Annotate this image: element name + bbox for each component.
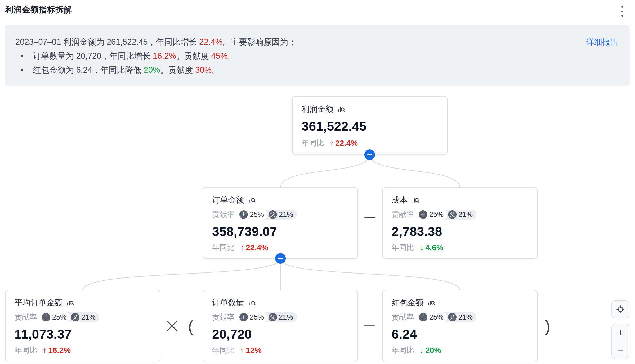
subtract-operator-icon [364, 212, 376, 223]
node-card-avg-order-amount[interactable]: 平均订单金额 贡献率 主25% 父21% 11,073.37 年同比 ↑16.2… [5, 290, 160, 361]
yoy-label: 年同比 [302, 138, 324, 148]
main-contribution-value: 25% [52, 313, 66, 321]
contribution-label: 贡献率 [212, 312, 234, 322]
node-value: 358,739.07 [212, 225, 348, 239]
yoy-change-value: 16.2% [48, 346, 71, 355]
contribution-row: 贡献率 主25% 父21% [392, 210, 528, 220]
parent-contribution-value: 21% [279, 211, 293, 219]
parent-badge-icon: 父 [71, 313, 79, 321]
bar-chart-magnifier-icon[interactable] [412, 196, 419, 204]
node-title: 订单金额 [212, 195, 244, 206]
parent-contribution-value: 21% [458, 313, 473, 321]
node-title: 平均订单金额 [15, 297, 62, 308]
minus-icon [367, 154, 372, 155]
yoy-change-value: 22.4% [246, 243, 268, 252]
node-title: 利润金额 [302, 104, 333, 115]
node-yoy-row: 年同比 ↑22.4% [302, 138, 438, 148]
yoy-label: 年同比 [392, 243, 414, 253]
contribution-badges: 主25% 父21% [239, 210, 297, 220]
node-yoy-row: 年同比 ↑22.4% [212, 243, 348, 253]
node-card-cost[interactable]: 成本 贡献率 主25% 父21% 2,783.38 年同比 ↓4.6% [382, 187, 538, 259]
yoy-change-value: 20% [425, 346, 441, 355]
node-value: 11,073.37 [15, 327, 151, 341]
parent-badge-icon: 父 [448, 210, 457, 219]
node-title-row: 红包金额 [392, 297, 528, 308]
contribution-row: 贡献率 主25% 父21% [392, 312, 528, 322]
parent-contribution-value: 21% [81, 313, 96, 321]
bar-chart-magnifier-icon[interactable] [66, 299, 74, 307]
main-contribution-badge: 主25% [418, 210, 447, 220]
contribution-badges: 主25% 父21% [418, 210, 476, 220]
contribution-label: 贡献率 [212, 210, 234, 220]
minus-icon [278, 258, 283, 259]
main-contribution-badge: 主25% [41, 312, 70, 322]
yoy-change-value: 4.6% [425, 243, 443, 252]
node-yoy-row: 年同比 ↓20% [392, 345, 528, 355]
node-title: 订单数量 [212, 297, 244, 308]
node-yoy-row: 年同比 ↑16.2% [15, 345, 151, 355]
down-arrow-icon: ↓ [420, 346, 424, 355]
contribution-row: 贡献率 主25% 父21% [15, 312, 151, 322]
yoy-change: ↓20% [420, 346, 441, 355]
parent-contribution-value: 21% [279, 313, 293, 321]
node-card-order-count[interactable]: 订单数量 贡献率 主25% 父21% 20,720 年同比 ↑12% [203, 290, 358, 361]
yoy-change-value: 22.4% [335, 139, 358, 148]
node-title-row: 成本 [392, 195, 528, 206]
main-contribution-badge: 主25% [418, 312, 447, 322]
up-arrow-icon: ↑ [240, 346, 244, 355]
contribution-label: 贡献率 [392, 210, 414, 220]
yoy-label: 年同比 [15, 345, 37, 355]
parent-contribution-value: 21% [458, 211, 473, 219]
yoy-change: ↓4.6% [420, 243, 443, 252]
node-value: 6.24 [392, 327, 528, 341]
node-title-row: 订单金额 [212, 195, 348, 206]
contribution-row: 贡献率 主25% 父21% [212, 312, 348, 322]
main-contribution-badge: 主25% [239, 210, 268, 220]
yoy-label: 年同比 [212, 345, 234, 355]
up-arrow-icon: ↑ [330, 139, 334, 148]
contribution-badges: 主25% 父21% [418, 312, 476, 322]
open-paren-operator: ( [185, 316, 196, 335]
zoom-out-button[interactable]: − [612, 342, 629, 359]
node-title: 成本 [392, 195, 408, 206]
collapse-node-button[interactable] [364, 149, 375, 160]
main-contribution-value: 25% [429, 313, 444, 321]
profit-decomposition-panel: 利润金额指标拆解 2023–07–01 利润金额为 261,522.45，年同比… [0, 0, 635, 364]
node-card-profit[interactable]: 利润金额 361,522.45 年同比 ↑22.4% [292, 96, 448, 155]
bar-chart-magnifier-icon[interactable] [337, 106, 345, 113]
node-value: 2,783.38 [392, 225, 528, 239]
node-value: 361,522.45 [302, 120, 438, 133]
multiply-operator-icon [166, 320, 178, 332]
zoom-in-button[interactable]: + [612, 324, 629, 342]
node-title-row: 利润金额 [302, 104, 438, 115]
main-contribution-badge: 主25% [239, 312, 268, 322]
parent-contribution-badge: 父21% [268, 312, 297, 322]
collapse-node-button[interactable] [275, 253, 286, 264]
node-value: 20,720 [212, 327, 348, 341]
main-contribution-value: 25% [429, 211, 444, 219]
contribution-badges: 主25% 父21% [41, 312, 99, 322]
up-arrow-icon: ↑ [43, 346, 47, 355]
node-yoy-row: 年同比 ↑12% [212, 345, 348, 355]
close-paren-operator: ) [542, 316, 553, 335]
yoy-change: ↑22.4% [240, 243, 268, 252]
edge-order-redpacket [280, 259, 460, 290]
crosshair-icon [616, 304, 625, 314]
parent-badge-icon: 父 [448, 313, 457, 321]
yoy-change: ↑16.2% [43, 346, 71, 355]
edge-profit-cost [370, 155, 460, 188]
bar-chart-magnifier-icon[interactable] [248, 299, 256, 307]
node-card-red-packet[interactable]: 红包金额 贡献率 主25% 父21% 6.24 年同比 ↓20% [382, 290, 538, 361]
node-card-order-amount[interactable]: 订单金额 贡献率 主25% 父21% 358,739.07 年同比 ↑22.4% [203, 187, 358, 259]
bar-chart-magnifier-icon[interactable] [427, 299, 435, 307]
zoom-control: + − [611, 324, 629, 359]
main-badge-icon: 主 [239, 210, 248, 219]
contribution-label: 贡献率 [15, 312, 37, 322]
fit-view-button[interactable] [611, 300, 629, 318]
main-badge-icon: 主 [419, 313, 427, 321]
main-badge-icon: 主 [42, 313, 50, 321]
subtract-operator-icon [364, 320, 375, 332]
parent-contribution-badge: 父21% [70, 312, 99, 322]
up-arrow-icon: ↑ [240, 243, 244, 252]
bar-chart-magnifier-icon[interactable] [248, 196, 256, 204]
